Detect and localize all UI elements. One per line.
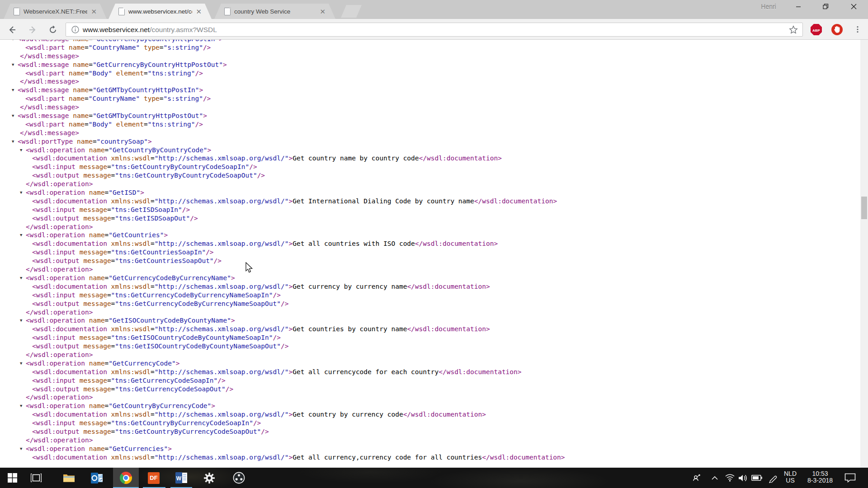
xml-token: Get all currencycode for each country [292, 368, 439, 375]
xml-token: </wsdl:documentation> [407, 325, 490, 333]
chrome-taskbar-button[interactable] [113, 468, 139, 488]
obs-button[interactable] [227, 468, 250, 488]
start-button[interactable] [3, 468, 21, 488]
xml-token: = [151, 240, 155, 247]
collapse-arrow-icon[interactable]: ▼ [12, 40, 18, 43]
xml-token: = [160, 44, 164, 51]
xml-token: xmlns:wsdl [111, 368, 151, 375]
window-minimize-button[interactable] [786, 0, 811, 13]
page-info-icon[interactable] [71, 26, 79, 33]
collapse-arrow-icon[interactable]: ▼ [20, 231, 26, 239]
xml-token: <wsdl:message [18, 61, 73, 68]
adblock-plus-extension-icon[interactable]: ABP [810, 23, 822, 36]
xml-token: <wsdl:documentation [32, 368, 111, 375]
xml-token: "GetGMTbyCountryHttpPostOut" [93, 112, 203, 119]
xml-token: <wsdl:documentation [32, 197, 111, 205]
tab-close-icon[interactable]: ✕ [196, 8, 202, 15]
collapse-arrow-icon[interactable]: ▼ [12, 137, 18, 146]
xml-token: name [73, 86, 89, 94]
xml-line: ▼<wsdl:operation name="GetCurrencies"> [0, 445, 853, 453]
action-center-icon[interactable] [842, 468, 858, 488]
xml-token: <wsdl:operation [26, 445, 89, 452]
settings-button[interactable] [198, 468, 221, 488]
outlook-button[interactable] [86, 468, 108, 488]
hand-stop-extension-icon[interactable] [831, 23, 843, 36]
xml-token: </wsdl:message> [20, 129, 79, 136]
xml-token: "GetCountryByCountryCode" [108, 146, 207, 154]
xml-token: <wsdl:operation [26, 189, 89, 196]
xml-token: <wsdl:message [18, 112, 73, 119]
time: 10:53 [801, 470, 839, 477]
xml-token: <wsdl:operation [26, 231, 89, 239]
battery-icon[interactable] [750, 468, 764, 488]
xml-token: > [219, 40, 223, 42]
xml-token: <wsdl:input [32, 163, 80, 170]
vertical-scrollbar[interactable] [860, 40, 868, 468]
tab-webservicex-home[interactable]: WebserviceX.NET::Free W ✕ [4, 4, 107, 19]
collapse-arrow-icon[interactable]: ▼ [12, 112, 18, 120]
xml-token: "tns:GetCurrencyCodeByCurrencyNameSoapOu… [115, 300, 281, 307]
xml-token: > [223, 61, 227, 68]
xml-token: Get currency by currency name [292, 283, 407, 290]
xml-token: "GetCurrencies" [108, 445, 168, 452]
clock[interactable]: 10:53 8-3-2018 [801, 470, 839, 484]
collapse-arrow-icon[interactable]: ▼ [20, 316, 26, 325]
tab-close-icon[interactable]: ✕ [320, 8, 326, 15]
window-restore-button[interactable] [813, 0, 838, 13]
xml-token: xmlns:wsdl [111, 155, 151, 162]
xml-line: ▼<wsdl:operation name="GetISOCountryCode… [0, 316, 853, 325]
xml-line: </wsdl:operation> [0, 180, 853, 188]
collapse-arrow-icon[interactable]: ▼ [20, 274, 26, 282]
forward-button[interactable] [26, 23, 39, 37]
df-app-button[interactable]: DF [142, 468, 165, 488]
xml-token: </wsdl:documentation> [419, 155, 502, 162]
xml-token: message [84, 215, 111, 222]
chrome-menu-button[interactable] [851, 23, 864, 36]
xml-token: = [107, 334, 111, 341]
reload-button[interactable] [46, 23, 60, 37]
back-button[interactable] [5, 23, 19, 37]
xml-line: ▼<wsdl:message name="GetCurrencyByCountr… [0, 40, 853, 43]
tab-close-icon[interactable]: ✕ [91, 8, 97, 15]
xml-token: > [288, 155, 292, 162]
task-view-icon [31, 474, 42, 482]
collapse-arrow-icon[interactable]: ▼ [20, 445, 26, 453]
address-bar[interactable]: www.webservicex.net/country.asmx?WSDL [66, 23, 803, 37]
word-button[interactable]: W [170, 468, 193, 488]
xml-token: <wsdl:output [32, 343, 84, 350]
xml-token: xmlns:wsdl [111, 197, 151, 205]
language-indicator[interactable]: NLD US [781, 470, 799, 484]
xml-line: </wsdl:message> [0, 129, 853, 137]
xml-line: <wsdl:input message="tns:GetCountryByCou… [0, 163, 853, 171]
bookmark-star-icon[interactable] [789, 25, 798, 34]
xml-line: <wsdl:input message="tns:GetCountriesSoa… [0, 248, 853, 257]
xml-token: "tns:GetCountriesSoapOut" [115, 257, 213, 264]
xml-token: "http://schemas.xmlsoap.org/wsdl/" [155, 283, 289, 290]
collapse-arrow-icon[interactable]: ▼ [20, 359, 26, 368]
xml-token: /> [217, 377, 225, 384]
xml-token: <wsdl:input [32, 291, 80, 299]
collapse-arrow-icon[interactable]: ▼ [20, 188, 26, 197]
tray-overflow-chevron-icon[interactable] [709, 468, 721, 488]
window-close-button[interactable] [841, 0, 866, 13]
collapse-arrow-icon[interactable]: ▼ [20, 402, 26, 410]
tab-title: WebserviceX.NET::Free W [24, 8, 87, 15]
xml-line: </wsdl:message> [0, 77, 853, 86]
speaker-icon[interactable] [736, 468, 750, 488]
xml-token: <wsdl:input [32, 334, 80, 341]
new-tab-button[interactable] [341, 5, 362, 18]
collapse-arrow-icon[interactable]: ▼ [20, 146, 26, 155]
collapse-arrow-icon[interactable]: ▼ [12, 61, 18, 69]
task-view-button[interactable] [26, 468, 46, 488]
wifi-icon[interactable] [723, 468, 736, 488]
tab-wsdl-active[interactable]: www.webservicex.net/co ✕ [108, 4, 212, 19]
collapse-arrow-icon[interactable]: ▼ [12, 86, 18, 94]
scrollbar-thumb[interactable] [861, 197, 867, 219]
tab-country-web-service[interactable]: country Web Service ✕ [214, 4, 335, 19]
tab-title: www.webservicex.net/co [128, 8, 192, 15]
xml-token: /> [281, 300, 288, 307]
profile-name[interactable]: Henri [750, 3, 787, 10]
people-icon[interactable] [690, 468, 703, 488]
file-explorer-button[interactable] [58, 468, 80, 488]
pen-icon[interactable] [766, 468, 780, 488]
